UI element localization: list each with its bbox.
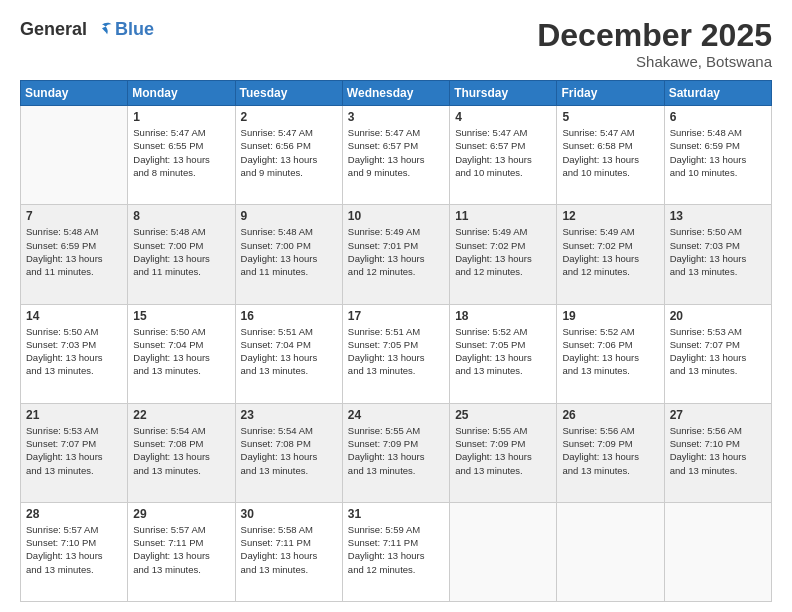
day-number: 20 <box>670 309 766 323</box>
day-info: Sunrise: 5:54 AMSunset: 7:08 PMDaylight:… <box>133 424 229 477</box>
day-number: 22 <box>133 408 229 422</box>
calendar-day-cell: 12Sunrise: 5:49 AMSunset: 7:02 PMDayligh… <box>557 205 664 304</box>
day-number: 12 <box>562 209 658 223</box>
calendar-day-cell: 3Sunrise: 5:47 AMSunset: 6:57 PMDaylight… <box>342 106 449 205</box>
day-info: Sunrise: 5:55 AMSunset: 7:09 PMDaylight:… <box>348 424 444 477</box>
calendar-day-cell: 1Sunrise: 5:47 AMSunset: 6:55 PMDaylight… <box>128 106 235 205</box>
day-info: Sunrise: 5:55 AMSunset: 7:09 PMDaylight:… <box>455 424 551 477</box>
day-number: 2 <box>241 110 337 124</box>
calendar-table: SundayMondayTuesdayWednesdayThursdayFrid… <box>20 80 772 602</box>
day-info: Sunrise: 5:48 AMSunset: 6:59 PMDaylight:… <box>670 126 766 179</box>
day-number: 16 <box>241 309 337 323</box>
calendar-header-monday: Monday <box>128 81 235 106</box>
day-info: Sunrise: 5:54 AMSunset: 7:08 PMDaylight:… <box>241 424 337 477</box>
calendar-day-cell: 4Sunrise: 5:47 AMSunset: 6:57 PMDaylight… <box>450 106 557 205</box>
day-number: 3 <box>348 110 444 124</box>
calendar-day-cell: 11Sunrise: 5:49 AMSunset: 7:02 PMDayligh… <box>450 205 557 304</box>
day-info: Sunrise: 5:51 AMSunset: 7:05 PMDaylight:… <box>348 325 444 378</box>
day-info: Sunrise: 5:50 AMSunset: 7:03 PMDaylight:… <box>670 225 766 278</box>
day-number: 23 <box>241 408 337 422</box>
calendar-header-row: SundayMondayTuesdayWednesdayThursdayFrid… <box>21 81 772 106</box>
day-info: Sunrise: 5:56 AMSunset: 7:09 PMDaylight:… <box>562 424 658 477</box>
day-number: 8 <box>133 209 229 223</box>
calendar-day-cell: 8Sunrise: 5:48 AMSunset: 7:00 PMDaylight… <box>128 205 235 304</box>
calendar-day-cell: 31Sunrise: 5:59 AMSunset: 7:11 PMDayligh… <box>342 502 449 601</box>
day-number: 28 <box>26 507 122 521</box>
day-info: Sunrise: 5:52 AMSunset: 7:05 PMDaylight:… <box>455 325 551 378</box>
day-info: Sunrise: 5:47 AMSunset: 6:55 PMDaylight:… <box>133 126 229 179</box>
calendar-day-cell: 13Sunrise: 5:50 AMSunset: 7:03 PMDayligh… <box>664 205 771 304</box>
day-number: 30 <box>241 507 337 521</box>
page: General Blue December 2025 Shakawe, Bots… <box>0 0 792 612</box>
month-title: December 2025 <box>537 18 772 53</box>
day-info: Sunrise: 5:48 AMSunset: 6:59 PMDaylight:… <box>26 225 122 278</box>
location: Shakawe, Botswana <box>537 53 772 70</box>
calendar-day-cell: 19Sunrise: 5:52 AMSunset: 7:06 PMDayligh… <box>557 304 664 403</box>
calendar-day-cell: 24Sunrise: 5:55 AMSunset: 7:09 PMDayligh… <box>342 403 449 502</box>
calendar-day-cell: 6Sunrise: 5:48 AMSunset: 6:59 PMDaylight… <box>664 106 771 205</box>
day-number: 18 <box>455 309 551 323</box>
calendar-day-cell: 26Sunrise: 5:56 AMSunset: 7:09 PMDayligh… <box>557 403 664 502</box>
calendar-day-cell: 30Sunrise: 5:58 AMSunset: 7:11 PMDayligh… <box>235 502 342 601</box>
day-info: Sunrise: 5:47 AMSunset: 6:58 PMDaylight:… <box>562 126 658 179</box>
calendar-day-cell: 10Sunrise: 5:49 AMSunset: 7:01 PMDayligh… <box>342 205 449 304</box>
calendar-day-cell: 17Sunrise: 5:51 AMSunset: 7:05 PMDayligh… <box>342 304 449 403</box>
calendar-day-cell: 7Sunrise: 5:48 AMSunset: 6:59 PMDaylight… <box>21 205 128 304</box>
calendar-header-thursday: Thursday <box>450 81 557 106</box>
day-info: Sunrise: 5:47 AMSunset: 6:57 PMDaylight:… <box>348 126 444 179</box>
calendar-day-cell: 15Sunrise: 5:50 AMSunset: 7:04 PMDayligh… <box>128 304 235 403</box>
calendar-week-row: 14Sunrise: 5:50 AMSunset: 7:03 PMDayligh… <box>21 304 772 403</box>
day-number: 6 <box>670 110 766 124</box>
day-number: 25 <box>455 408 551 422</box>
day-number: 5 <box>562 110 658 124</box>
calendar-week-row: 7Sunrise: 5:48 AMSunset: 6:59 PMDaylight… <box>21 205 772 304</box>
day-info: Sunrise: 5:53 AMSunset: 7:07 PMDaylight:… <box>26 424 122 477</box>
day-number: 31 <box>348 507 444 521</box>
day-info: Sunrise: 5:52 AMSunset: 7:06 PMDaylight:… <box>562 325 658 378</box>
calendar-day-cell: 23Sunrise: 5:54 AMSunset: 7:08 PMDayligh… <box>235 403 342 502</box>
day-number: 24 <box>348 408 444 422</box>
day-number: 7 <box>26 209 122 223</box>
day-number: 26 <box>562 408 658 422</box>
calendar-day-cell: 2Sunrise: 5:47 AMSunset: 6:56 PMDaylight… <box>235 106 342 205</box>
day-number: 21 <box>26 408 122 422</box>
logo-bird-icon <box>91 18 113 40</box>
calendar-day-cell <box>557 502 664 601</box>
day-info: Sunrise: 5:50 AMSunset: 7:03 PMDaylight:… <box>26 325 122 378</box>
day-info: Sunrise: 5:48 AMSunset: 7:00 PMDaylight:… <box>241 225 337 278</box>
day-number: 13 <box>670 209 766 223</box>
calendar-header-friday: Friday <box>557 81 664 106</box>
calendar-day-cell <box>21 106 128 205</box>
calendar-day-cell: 5Sunrise: 5:47 AMSunset: 6:58 PMDaylight… <box>557 106 664 205</box>
day-info: Sunrise: 5:49 AMSunset: 7:02 PMDaylight:… <box>455 225 551 278</box>
calendar-header-tuesday: Tuesday <box>235 81 342 106</box>
day-info: Sunrise: 5:49 AMSunset: 7:02 PMDaylight:… <box>562 225 658 278</box>
calendar-week-row: 1Sunrise: 5:47 AMSunset: 6:55 PMDaylight… <box>21 106 772 205</box>
day-number: 11 <box>455 209 551 223</box>
day-number: 1 <box>133 110 229 124</box>
calendar-day-cell: 20Sunrise: 5:53 AMSunset: 7:07 PMDayligh… <box>664 304 771 403</box>
day-info: Sunrise: 5:57 AMSunset: 7:11 PMDaylight:… <box>133 523 229 576</box>
day-number: 19 <box>562 309 658 323</box>
logo-general: General <box>20 19 87 40</box>
day-number: 9 <box>241 209 337 223</box>
logo-blue: Blue <box>115 19 154 40</box>
calendar-header-wednesday: Wednesday <box>342 81 449 106</box>
day-number: 4 <box>455 110 551 124</box>
calendar-day-cell: 21Sunrise: 5:53 AMSunset: 7:07 PMDayligh… <box>21 403 128 502</box>
day-number: 10 <box>348 209 444 223</box>
calendar-week-row: 21Sunrise: 5:53 AMSunset: 7:07 PMDayligh… <box>21 403 772 502</box>
title-block: December 2025 Shakawe, Botswana <box>537 18 772 70</box>
day-info: Sunrise: 5:59 AMSunset: 7:11 PMDaylight:… <box>348 523 444 576</box>
day-info: Sunrise: 5:53 AMSunset: 7:07 PMDaylight:… <box>670 325 766 378</box>
calendar-header-sunday: Sunday <box>21 81 128 106</box>
calendar-day-cell: 29Sunrise: 5:57 AMSunset: 7:11 PMDayligh… <box>128 502 235 601</box>
calendar-day-cell: 16Sunrise: 5:51 AMSunset: 7:04 PMDayligh… <box>235 304 342 403</box>
calendar-week-row: 28Sunrise: 5:57 AMSunset: 7:10 PMDayligh… <box>21 502 772 601</box>
calendar-day-cell: 18Sunrise: 5:52 AMSunset: 7:05 PMDayligh… <box>450 304 557 403</box>
logo: General Blue <box>20 18 154 40</box>
calendar-day-cell: 25Sunrise: 5:55 AMSunset: 7:09 PMDayligh… <box>450 403 557 502</box>
calendar-header-saturday: Saturday <box>664 81 771 106</box>
calendar-day-cell: 27Sunrise: 5:56 AMSunset: 7:10 PMDayligh… <box>664 403 771 502</box>
calendar-day-cell <box>450 502 557 601</box>
